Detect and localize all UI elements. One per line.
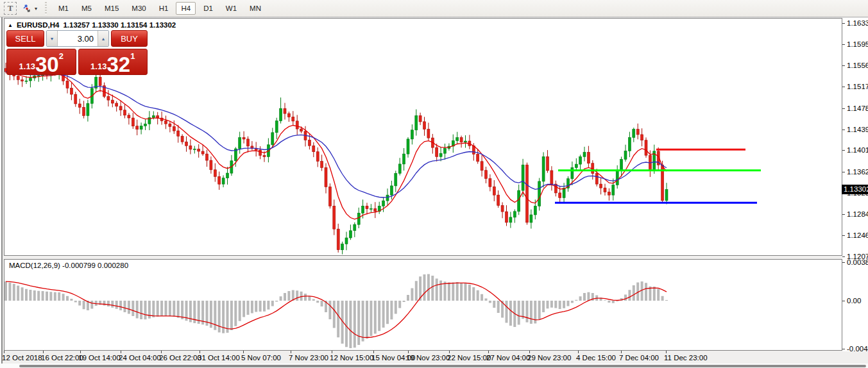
sell-button[interactable]: SELL bbox=[6, 30, 44, 47]
sell-price-big: 30 bbox=[35, 56, 59, 73]
macd-axis-label: 0.003847 bbox=[847, 258, 868, 267]
macd-axis-tick bbox=[842, 262, 845, 263]
price-axis-tick bbox=[842, 65, 845, 66]
time-axis-tick bbox=[666, 351, 667, 353]
time-axis-label[interactable]: 11 Dec 23:00 bbox=[664, 354, 708, 362]
buy-price-pip: 1 bbox=[130, 51, 135, 61]
time-axis-tick bbox=[488, 351, 489, 353]
volume-decrease-button[interactable]: ▼ bbox=[47, 31, 58, 46]
arrow-objects-icon[interactable] bbox=[21, 2, 33, 15]
time-axis-tick bbox=[373, 351, 374, 353]
price-axis-label: 1.15950 bbox=[847, 40, 868, 49]
volume-input[interactable] bbox=[58, 31, 98, 46]
volume-stepper: ▼ ▲ bbox=[46, 30, 109, 47]
price-axis-tick bbox=[842, 130, 845, 130]
one-click-trading-panel: SELL ▼ ▲ BUY 1.13 30 2 1.13 32 1 bbox=[6, 30, 148, 75]
timeframe-button-group: M1M5M15M30H1H4D1W1MN bbox=[52, 2, 268, 15]
time-axis-label[interactable]: 29 Nov 23:00 bbox=[527, 354, 571, 362]
time-axis-tick bbox=[161, 351, 162, 353]
price-axis-label: 1.15560 bbox=[847, 62, 868, 70]
volume-increase-button[interactable]: ▲ bbox=[98, 31, 108, 46]
symbol-marker-icon: ▲ bbox=[8, 22, 13, 28]
toolbar-grip bbox=[45, 2, 47, 15]
macd-axis-label: -0.004856 bbox=[847, 345, 868, 353]
timeframe-button-mn[interactable]: MN bbox=[244, 2, 266, 15]
price-axis-label: 1.12460 bbox=[847, 231, 868, 240]
time-axis-tick bbox=[243, 351, 244, 353]
price-axis-label: 1.16330 bbox=[847, 19, 868, 28]
timeframe-button-h1[interactable]: H1 bbox=[154, 2, 174, 15]
time-axis-label[interactable]: 12 Oct 2018 bbox=[2, 354, 42, 362]
buy-price-big: 32 bbox=[106, 56, 130, 73]
macd-axis-tick bbox=[842, 349, 845, 349]
symbol-ohlc-values: 1.13257 1.13330 1.13154 1.13302 bbox=[63, 21, 176, 29]
time-axis-tick bbox=[621, 351, 622, 353]
time-axis-label[interactable]: 12 Nov 15:00 bbox=[330, 354, 373, 362]
toolbar: T ▾ M1M5M15M30H1H4D1W1MN bbox=[0, 0, 868, 17]
time-axis-label[interactable]: 22 Nov 15:00 bbox=[447, 354, 491, 362]
price-axis-tick bbox=[842, 214, 845, 215]
time-axis-label[interactable]: 31 Oct 14:00 bbox=[198, 354, 240, 362]
buy-price-box[interactable]: 1.13 32 1 bbox=[78, 49, 148, 75]
timeframe-button-m30[interactable]: M30 bbox=[126, 2, 151, 15]
symbol-name: EURUSD,H4 bbox=[17, 21, 59, 29]
sell-price-prefix: 1.13 bbox=[19, 62, 35, 73]
price-axis-label: 1.14010 bbox=[847, 146, 868, 155]
price-axis-label: 1.12840 bbox=[847, 210, 868, 219]
price-axis-tick bbox=[842, 150, 845, 151]
time-axis-label[interactable]: 7 Nov 23:00 bbox=[289, 354, 328, 362]
time-axis-label[interactable]: 19 Oct 14:00 bbox=[78, 354, 121, 362]
time-axis-label[interactable]: 27 Nov 04:00 bbox=[486, 354, 530, 362]
timeframe-button-m5[interactable]: M5 bbox=[76, 2, 97, 15]
time-axis-tick bbox=[408, 351, 409, 353]
price-axis-tick bbox=[842, 256, 845, 257]
time-axis-label[interactable]: 5 Nov 07:00 bbox=[241, 354, 281, 362]
sell-price-box[interactable]: 1.13 30 2 bbox=[6, 49, 76, 75]
time-axis-tick bbox=[200, 351, 200, 353]
timeframe-button-h4[interactable]: H4 bbox=[176, 2, 196, 15]
macd-indicator-pane[interactable] bbox=[4, 259, 842, 351]
time-axis-tick bbox=[291, 351, 291, 353]
bottom-strip bbox=[0, 364, 868, 368]
price-axis-tick bbox=[842, 172, 845, 172]
price-axis-label: 1.15170 bbox=[847, 83, 868, 91]
time-axis-label[interactable]: 26 Oct 22:00 bbox=[159, 354, 201, 362]
timeframe-button-m1[interactable]: M1 bbox=[53, 2, 74, 15]
price-axis-tick bbox=[842, 108, 845, 109]
price-axis-label: 1.13620 bbox=[847, 168, 868, 176]
time-axis-tick bbox=[121, 351, 121, 353]
current-price-badge: 1.13302 bbox=[842, 185, 868, 194]
macd-axis-label: 0.00 bbox=[847, 297, 861, 305]
price-axis-label: 1.14780 bbox=[847, 105, 868, 113]
time-axis-tick bbox=[332, 351, 332, 353]
time-axis-label[interactable]: 7 Dec 04:00 bbox=[619, 354, 659, 362]
time-axis-label[interactable]: 4 Dec 15:00 bbox=[576, 354, 616, 362]
time-axis-label[interactable]: 19 Nov 23:00 bbox=[406, 354, 450, 362]
time-axis-tick bbox=[80, 351, 81, 353]
macd-indicator-label: MACD(12,26,9) -0.000799 0.000280 bbox=[9, 262, 128, 269]
horizontal-scrollbar[interactable] bbox=[19, 365, 866, 367]
timeframe-button-d1[interactable]: D1 bbox=[198, 2, 218, 15]
time-axis-tick bbox=[529, 351, 530, 353]
time-axis-tick bbox=[43, 351, 44, 353]
chart-symbol-title: ▲EURUSD,H41.13257 1.13330 1.13154 1.1330… bbox=[8, 21, 176, 29]
time-axis-label[interactable]: 24 Oct 04:00 bbox=[119, 354, 161, 362]
price-axis-tick bbox=[842, 44, 845, 45]
time-axis-label[interactable]: 16 Oct 22:00 bbox=[41, 354, 83, 362]
macd-axis-tick bbox=[842, 301, 845, 301]
timeframe-button-w1[interactable]: W1 bbox=[221, 2, 242, 15]
text-tool-icon[interactable]: T bbox=[4, 2, 17, 15]
buy-price-prefix: 1.13 bbox=[90, 62, 106, 73]
price-axis-label: 1.14390 bbox=[847, 126, 868, 134]
timeframe-button-m15[interactable]: M15 bbox=[99, 2, 124, 15]
time-axis-tick bbox=[449, 351, 450, 353]
time-axis-tick bbox=[4, 351, 4, 353]
arrow-dropdown-caret-icon[interactable]: ▾ bbox=[35, 6, 37, 12]
buy-button[interactable]: BUY bbox=[111, 30, 148, 47]
sell-price-pip: 2 bbox=[59, 51, 64, 61]
price-axis-tick bbox=[842, 87, 845, 87]
time-axis-tick bbox=[578, 351, 579, 353]
price-axis-tick bbox=[842, 23, 845, 24]
price-axis-tick bbox=[842, 235, 845, 236]
